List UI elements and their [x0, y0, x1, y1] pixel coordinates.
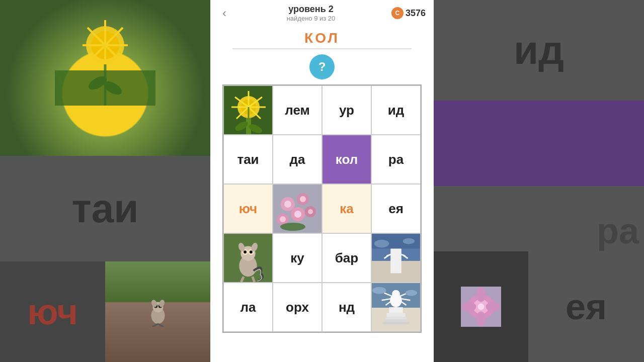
- left-top-image: [0, 0, 210, 156]
- grid-cell-13[interactable]: ку: [273, 233, 322, 283]
- svg-rect-84: [383, 322, 410, 324]
- cell-text-18: нд: [339, 300, 355, 315]
- svg-rect-81: [386, 313, 405, 317]
- grid-cell-0[interactable]: [223, 85, 273, 135]
- svg-point-42: [294, 211, 301, 218]
- left-background-panel: таи юч: [0, 0, 210, 362]
- svg-rect-13: [55, 70, 155, 106]
- svg-point-38: [284, 201, 291, 208]
- right-mid-area: [434, 101, 644, 186]
- left-bottom-left: юч: [0, 261, 105, 362]
- svg-rect-80: [389, 307, 403, 313]
- dandelion-background: [0, 0, 210, 156]
- cell-text-1: лем: [285, 103, 310, 118]
- cell-text-8: юч: [239, 201, 257, 217]
- left-mid-text-area: таи: [0, 156, 210, 261]
- grid-cell-15[interactable]: [371, 233, 421, 283]
- svg-point-69: [403, 238, 415, 244]
- grid-cell-2[interactable]: ур: [322, 85, 371, 135]
- cell-text-5: да: [290, 152, 305, 167]
- grid-cell-1[interactable]: лем: [273, 85, 322, 135]
- help-button[interactable]: ?: [309, 54, 335, 79]
- grid-cell-12[interactable]: [223, 233, 273, 283]
- grid-cell-11[interactable]: ея: [371, 184, 421, 233]
- grid-cell-18[interactable]: нд: [322, 283, 371, 332]
- grid-cell-17[interactable]: орх: [273, 283, 322, 332]
- svg-point-68: [374, 240, 389, 248]
- grid-cell-8[interactable]: юч: [223, 184, 273, 233]
- cell-text-2: ур: [339, 103, 354, 118]
- game-header: ‹ уровень 2 найдено 9 из 20 C 3576: [210, 0, 434, 26]
- grid-cell-16[interactable]: ла: [223, 283, 273, 332]
- svg-point-93: [462, 302, 476, 311]
- svg-point-85: [372, 287, 386, 294]
- svg-line-20: [158, 324, 164, 327]
- left-bottom-right: [105, 261, 210, 362]
- cell-text-3: ид: [388, 103, 405, 118]
- level-info: уровень 2 найдено 9 из 20: [287, 4, 336, 22]
- svg-point-91: [476, 288, 486, 302]
- cell-text-16: ла: [240, 300, 256, 315]
- svg-point-92: [476, 312, 486, 326]
- right-mid-text: ра: [597, 211, 639, 251]
- back-button[interactable]: ‹: [218, 4, 230, 22]
- left-mid-bg-text: таи: [72, 186, 139, 232]
- svg-point-40: [300, 196, 306, 202]
- svg-point-53: [244, 250, 247, 253]
- svg-point-46: [280, 216, 286, 222]
- coins-display: C 3576: [391, 7, 426, 19]
- level-label: уровень 2: [288, 4, 334, 15]
- svg-point-90: [478, 304, 485, 310]
- right-top-bg-text: ид: [514, 27, 564, 73]
- cell-text-13: ку: [290, 250, 304, 266]
- current-word: КОЛ: [232, 30, 411, 46]
- game-grid: лем ур ид таи да кол ра юч: [222, 84, 422, 333]
- cell-text-4: таи: [237, 152, 259, 167]
- dandelion-image: [224, 86, 272, 134]
- right-top-area: ид: [434, 0, 644, 101]
- svg-point-94: [486, 302, 501, 311]
- found-label: найдено 9 из 20: [287, 15, 336, 22]
- cell-text-14: бар: [335, 250, 358, 266]
- grid-cell-7[interactable]: ра: [371, 135, 421, 184]
- grid-cell-5[interactable]: да: [273, 135, 322, 184]
- coin-icon: C: [391, 7, 404, 19]
- svg-point-47: [280, 223, 305, 231]
- left-bottom-bg-text: юч: [27, 291, 78, 332]
- coins-amount: 3576: [406, 8, 426, 19]
- cell-text-6: кол: [336, 152, 358, 167]
- grid-cell-3[interactable]: ид: [371, 85, 421, 135]
- grid-cell-19[interactable]: [371, 283, 421, 332]
- grid-cell-6[interactable]: кол: [322, 135, 371, 184]
- center-game-panel: ‹ уровень 2 найдено 9 из 20 C 3576 КОЛ ?: [210, 0, 434, 362]
- svg-line-21: [152, 324, 157, 327]
- cell-text-17: орх: [286, 300, 309, 315]
- svg-rect-82: [385, 317, 406, 320]
- cell-text-10: ка: [340, 201, 353, 217]
- word-display-area: КОЛ: [232, 30, 411, 49]
- grid-cell-10[interactable]: ка: [322, 184, 371, 233]
- svg-point-54: [250, 250, 253, 253]
- cell-text-11: ея: [388, 201, 404, 217]
- grid-cell-4[interactable]: таи: [223, 135, 273, 184]
- svg-rect-61: [390, 248, 401, 273]
- svg-rect-83: [384, 319, 408, 322]
- cell-text-7: ра: [388, 152, 404, 167]
- word-underline: [232, 48, 411, 49]
- grid-cell-14[interactable]: бар: [322, 233, 371, 283]
- flowers-image: [273, 184, 322, 233]
- svg-point-44: [308, 209, 313, 214]
- right-bottom-bg-text: ея: [566, 286, 607, 327]
- right-background-panel: ид ея ра: [434, 0, 644, 362]
- svg-point-86: [406, 290, 418, 296]
- grid-cell-9[interactable]: [273, 184, 322, 233]
